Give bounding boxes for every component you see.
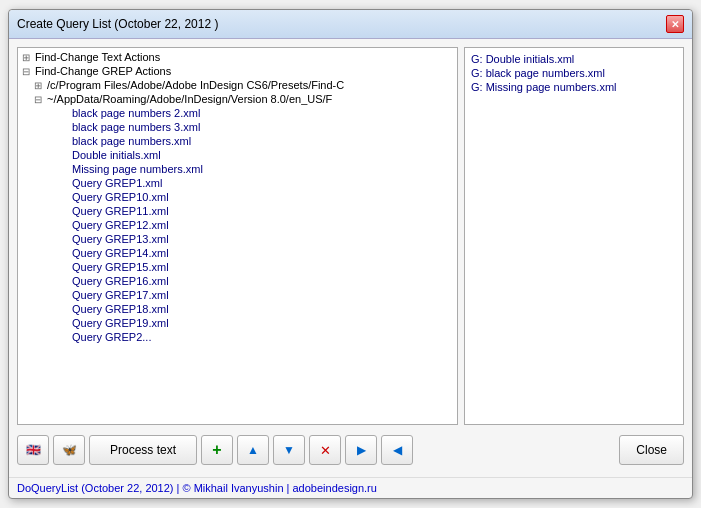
add-button[interactable] [201, 435, 233, 465]
tree-item[interactable]: Missing page numbers.xml [20, 162, 455, 176]
left-tree-panel[interactable]: ⊞ Find-Change Text Actions ⊟ Find-Change… [17, 47, 458, 425]
tree-item[interactable]: Query GREP16.xml [20, 274, 455, 288]
move-up-button[interactable] [237, 435, 269, 465]
arrow-left-icon [393, 443, 402, 457]
panels-container: ⊞ Find-Change Text Actions ⊟ Find-Change… [17, 47, 684, 425]
window-close-button[interactable]: ✕ [666, 15, 684, 33]
close-button[interactable]: Close [619, 435, 684, 465]
tree-item[interactable]: Query GREP15.xml [20, 260, 455, 274]
tree-item[interactable]: black page numbers 3.xml [20, 120, 455, 134]
toggle-icon: ⊞ [22, 52, 30, 63]
arrow-right-icon [357, 443, 366, 457]
tree-item[interactable]: Query GREP17.xml [20, 288, 455, 302]
butterfly-icon: 🦋 [62, 443, 77, 457]
process-text-button[interactable]: Process text [89, 435, 197, 465]
main-window: Create Query List (October 22, 2012 ) ✕ … [8, 9, 693, 499]
flag-button[interactable]: 🇬🇧 [17, 435, 49, 465]
tree-item[interactable]: Query GREP11.xml [20, 204, 455, 218]
arrow-down-icon [283, 443, 295, 457]
tree-item[interactable]: black page numbers.xml [20, 134, 455, 148]
toggle-icon: ⊟ [34, 94, 42, 105]
tree-item[interactable]: Double initials.xml [20, 148, 455, 162]
tree-item[interactable]: Query GREP1.xml [20, 176, 455, 190]
arrow-up-icon [247, 443, 259, 457]
tree-item[interactable]: ⊞ Find-Change Text Actions [20, 50, 455, 64]
tree-item[interactable]: ⊟ Find-Change GREP Actions [20, 64, 455, 78]
toggle-icon: ⊞ [34, 80, 42, 91]
toolbar: 🇬🇧 🦋 Process text [17, 431, 684, 469]
tree-item[interactable]: Query GREP2... [20, 330, 455, 344]
flag-icon: 🇬🇧 [26, 443, 41, 457]
plus-icon [212, 441, 221, 459]
right-list-panel[interactable]: G: Double initials.xml G: black page num… [464, 47, 684, 425]
x-icon [320, 443, 331, 458]
footer: DoQueryList (October 22, 2012) | © Mikha… [9, 477, 692, 498]
move-down-button[interactable] [273, 435, 305, 465]
content-area: ⊞ Find-Change Text Actions ⊟ Find-Change… [9, 39, 692, 477]
delete-button[interactable] [309, 435, 341, 465]
footer-text: DoQueryList (October 22, 2012) | © Mikha… [17, 482, 377, 494]
forward-button[interactable] [345, 435, 377, 465]
window-title: Create Query List (October 22, 2012 ) [17, 17, 218, 31]
tree-item[interactable]: ⊟ ~/AppData/Roaming/Adobe/InDesign/Versi… [20, 92, 455, 106]
tree-item[interactable]: black page numbers 2.xml [20, 106, 455, 120]
back-button[interactable] [381, 435, 413, 465]
tree-item[interactable]: Query GREP13.xml [20, 232, 455, 246]
tree-item[interactable]: ⊞ /c/Program Files/Adobe/Adobe InDesign … [20, 78, 455, 92]
tree-item[interactable]: Query GREP14.xml [20, 246, 455, 260]
butterfly-button[interactable]: 🦋 [53, 435, 85, 465]
tree-item[interactable]: Query GREP19.xml [20, 316, 455, 330]
list-item[interactable]: G: Double initials.xml [469, 52, 679, 66]
title-bar: Create Query List (October 22, 2012 ) ✕ [9, 10, 692, 39]
tree-item[interactable]: Query GREP12.xml [20, 218, 455, 232]
tree-item[interactable]: Query GREP10.xml [20, 190, 455, 204]
list-item[interactable]: G: Missing page numbers.xml [469, 80, 679, 94]
toggle-icon: ⊟ [22, 66, 30, 77]
list-item[interactable]: G: black page numbers.xml [469, 66, 679, 80]
tree-item[interactable]: Query GREP18.xml [20, 302, 455, 316]
